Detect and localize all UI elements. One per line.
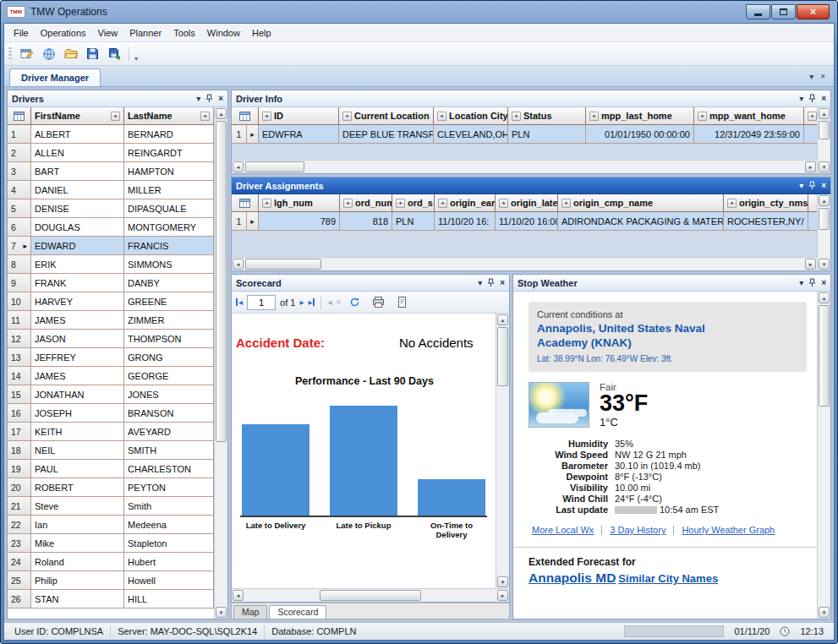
column-filter-icon[interactable]: + xyxy=(262,199,271,208)
tab-scorecard[interactable]: Scorecard xyxy=(269,605,326,619)
column-header-ord-s[interactable]: +ord_s xyxy=(392,194,435,211)
scroll-right-icon[interactable]: ▸ xyxy=(805,161,816,172)
tab-close-icon[interactable]: × xyxy=(820,73,825,81)
menu-item-window[interactable]: Window xyxy=(201,25,246,41)
driver-row[interactable]: 19PAULCHARLESTON xyxy=(8,460,214,478)
weather-link[interactable]: More Local Wx xyxy=(532,525,594,535)
driver-assignments-horizontal-scrollbar[interactable]: ◂ ▸ xyxy=(232,257,817,270)
refresh-button[interactable] xyxy=(39,45,58,63)
column-filter-icon[interactable]: + xyxy=(808,112,817,121)
station-name-link[interactable]: Annapolis, United States Naval Academy (… xyxy=(537,322,744,351)
driver-row[interactable]: 1ALBERTBERNARD xyxy=(8,125,214,144)
column-filter-icon[interactable]: + xyxy=(727,199,737,208)
open-button[interactable] xyxy=(61,45,80,63)
pin-icon[interactable] xyxy=(487,278,495,287)
stop-weather-panel-header[interactable]: Stop Weather ▾ × xyxy=(513,275,830,292)
driver-info-panel-header[interactable]: Driver Info ▾ × xyxy=(232,90,830,107)
column-filter-icon[interactable]: + xyxy=(262,112,271,121)
column-header-location-city[interactable]: +Location City xyxy=(434,107,508,124)
column-filter-icon[interactable]: + xyxy=(561,199,571,208)
scroll-right-icon[interactable]: ▸ xyxy=(805,259,816,270)
column-header-status[interactable]: +Status xyxy=(508,107,586,124)
driver-row[interactable]: 25PhilipHowell xyxy=(8,571,214,590)
driver-row[interactable]: 14JAMESGEORGE xyxy=(8,367,214,385)
scroll-up-icon[interactable]: ▴ xyxy=(216,108,227,119)
driver-row[interactable]: 15JONATHANJONES xyxy=(8,385,214,404)
menu-item-help[interactable]: Help xyxy=(246,25,277,41)
column-header-origin-earli[interactable]: +origin_earli xyxy=(435,194,496,211)
scroll-thumb[interactable] xyxy=(216,121,227,442)
select-all-cell[interactable] xyxy=(8,107,31,124)
column-filter-icon[interactable]: + xyxy=(111,112,120,121)
next-page-button[interactable]: ▸ xyxy=(299,297,304,307)
chevron-down-icon[interactable]: ▾ xyxy=(799,182,803,190)
driver-row[interactable]: 18NEILSMITH xyxy=(8,441,214,460)
close-icon[interactable]: × xyxy=(500,279,505,287)
driver-row[interactable]: 6DOUGLASMONTGOMERY xyxy=(8,218,214,237)
weather-vertical-scrollbar[interactable]: ▴ ▾ xyxy=(817,292,830,619)
column-header-origin-cmp-name[interactable]: +origin_cmp_name xyxy=(558,194,724,211)
driver-row[interactable]: 26STANHILL xyxy=(8,590,214,609)
scroll-left-icon[interactable]: ◂ xyxy=(233,161,244,172)
column-filter-icon[interactable]: + xyxy=(499,199,508,208)
pin-icon[interactable] xyxy=(808,94,816,103)
menu-item-file[interactable]: File xyxy=(8,25,35,41)
driver-row[interactable]: 2ALLENREINGARDT xyxy=(8,144,214,162)
tab-map[interactable]: Map xyxy=(233,605,267,619)
tab-list-chevron-icon[interactable]: ▾ xyxy=(809,73,813,81)
scorecard-panel-header[interactable]: Scorecard ▾ × xyxy=(232,275,509,292)
menu-item-planner[interactable]: Planner xyxy=(123,25,167,41)
scroll-thumb[interactable] xyxy=(819,121,830,139)
report-vertical-scrollbar[interactable]: ▴ ▾ xyxy=(496,314,509,588)
stop-button[interactable]: × xyxy=(336,297,341,307)
column-filter-icon[interactable]: + xyxy=(342,112,352,121)
scroll-thumb[interactable] xyxy=(245,259,321,270)
driver-row[interactable]: 7▸EDWARDFRANCIS xyxy=(8,237,214,255)
back-button[interactable]: ◂ xyxy=(327,297,331,307)
last-page-button[interactable]: ▸ xyxy=(308,297,315,307)
driver-row[interactable]: 12JASONTHOMPSON xyxy=(8,330,214,348)
scroll-down-icon[interactable]: ▾ xyxy=(497,576,508,587)
column-header-lastname[interactable]: LastName + xyxy=(124,107,214,124)
new-form-button[interactable] xyxy=(17,45,36,63)
scroll-up-icon[interactable]: ▴ xyxy=(819,195,830,206)
drivers-panel-header[interactable]: Drivers ▾ × xyxy=(8,90,227,107)
close-button[interactable]: × xyxy=(797,4,830,19)
menu-item-tools[interactable]: Tools xyxy=(167,25,201,41)
scroll-up-icon[interactable]: ▴ xyxy=(497,314,508,325)
similar-city-names-link[interactable]: Similar City Names xyxy=(618,572,718,585)
scroll-thumb[interactable] xyxy=(819,208,830,230)
driver-info-vertical-scrollbar[interactable]: ▴ ▾ xyxy=(817,107,830,173)
pin-icon[interactable] xyxy=(808,278,816,287)
chevron-down-icon[interactable]: ▾ xyxy=(799,95,803,103)
pin-icon[interactable] xyxy=(205,94,213,103)
page-layout-button[interactable] xyxy=(392,293,412,311)
scroll-left-icon[interactable]: ◂ xyxy=(233,259,244,270)
scroll-thumb[interactable] xyxy=(497,327,508,386)
scroll-down-icon[interactable]: ▾ xyxy=(216,607,227,618)
column-filter-icon[interactable]: + xyxy=(343,199,353,208)
scroll-up-icon[interactable]: ▴ xyxy=(819,292,830,303)
driver-info-horizontal-scrollbar[interactable]: ◂ ▸ xyxy=(232,160,817,173)
first-page-button[interactable]: ◂ xyxy=(236,297,243,307)
close-icon[interactable]: × xyxy=(821,95,826,103)
driver-row[interactable]: 13JEFFREYGRONG xyxy=(8,348,214,367)
select-all-cell[interactable] xyxy=(232,194,259,211)
column-filter-icon[interactable]: + xyxy=(698,112,707,121)
tab-driver-manager[interactable]: Driver Manager xyxy=(9,68,101,86)
driver-row[interactable]: 11JAMESZIMMER xyxy=(8,311,214,330)
forecast-city-link[interactable]: Annapolis MD xyxy=(529,570,616,586)
export-button[interactable] xyxy=(105,45,124,63)
toolbar-overflow-button[interactable]: ▾ xyxy=(134,55,138,63)
driver-row[interactable]: 20ROBERTPEYTON xyxy=(8,478,214,497)
driver-row[interactable]: 4DANIELMILLER xyxy=(8,181,214,199)
scroll-thumb[interactable] xyxy=(819,305,830,407)
column-filter-icon[interactable]: + xyxy=(200,112,210,121)
column-filter-icon[interactable]: + xyxy=(437,112,446,121)
column-header-mpp-last-home[interactable]: +mpp_last_home xyxy=(586,107,694,124)
column-filter-icon[interactable]: + xyxy=(512,112,521,121)
driver-assignments-vertical-scrollbar[interactable]: ▴ ▾ xyxy=(817,194,830,270)
select-all-cell[interactable] xyxy=(232,107,259,124)
scroll-down-icon[interactable]: ▾ xyxy=(819,259,830,270)
column-header-origin-latest[interactable]: +origin_latest xyxy=(496,194,558,211)
